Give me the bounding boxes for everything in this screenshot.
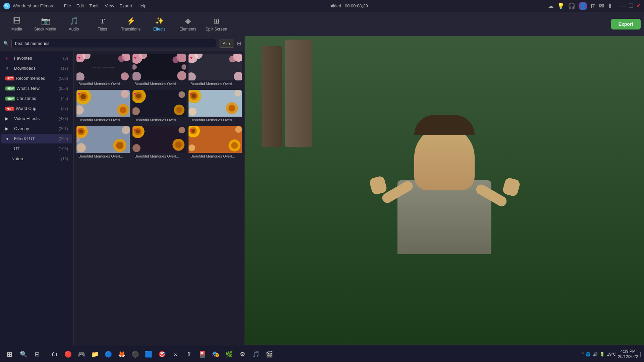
menu-file[interactable]: File [64, 3, 71, 8]
menu-view[interactable]: View [105, 3, 114, 8]
fav-icon-3: ♥ [190, 55, 193, 60]
taskbar-app-8[interactable]: 🟦 [143, 348, 155, 360]
app5-icon: 🔵 [105, 351, 112, 358]
app17-icon: 🎬 [266, 351, 273, 358]
app8-icon: 🟦 [145, 351, 152, 358]
app-logo: W [3, 3, 10, 9]
taskbar-app-13[interactable]: 🎭 [210, 348, 222, 360]
toolbar-transitions[interactable]: ⚡ Transitions [117, 13, 144, 35]
menu-export[interactable]: Export [119, 3, 132, 8]
task-view-button[interactable]: ⊟ [31, 348, 43, 360]
sidebar-item-christmas[interactable]: NEW Christmas (45) [1, 94, 72, 103]
start-button[interactable]: ⊞ [3, 348, 16, 361]
effect-card-6[interactable]: ♥ Beautiful Memories Overl... [189, 90, 242, 123]
sidebar-item-world-cup[interactable]: HOT World Cup (27) [1, 104, 72, 113]
taskbar-app-7[interactable]: ⚫ [129, 348, 141, 360]
sidebar-item-recommended[interactable]: HOT Recommended (500) [1, 73, 72, 83]
toolbar-titles[interactable]: T Titles [89, 13, 116, 35]
toolbar-effects[interactable]: ✨ Effects [146, 13, 173, 35]
search-input[interactable] [11, 39, 216, 48]
user-avatar[interactable]: 👤 [579, 2, 587, 10]
taskbar-app-16[interactable]: 🎵 [250, 348, 262, 360]
grid-view-button[interactable]: ⊞ [237, 40, 241, 47]
svg-point-31 [121, 90, 129, 98]
filter-dropdown[interactable]: All ▾ [219, 40, 234, 48]
titles-icon: T [100, 17, 105, 25]
show-hidden-icons-button[interactable]: ^ [582, 352, 584, 357]
taskbar-app-11[interactable]: 🗡 [183, 348, 195, 360]
mail-icon[interactable]: ✉ [599, 2, 604, 10]
effect-card-4[interactable]: ♥ Beautiful Memories Overl... [76, 90, 130, 123]
effect-label-5: Beautiful Memories Overl... [132, 117, 186, 123]
effects-grid: Beautiful Memories ♥ Beautiful Memories … [74, 51, 245, 362]
search-taskbar-button[interactable]: 🔍 [17, 348, 30, 360]
sidebar-item-downloads[interactable]: ⬇ Downloads (17) [1, 63, 72, 73]
effect-card-3[interactable]: ♥ Beautiful Memories Overl... [189, 54, 242, 87]
effect-label-2: Beautiful Memories Overl... [132, 80, 186, 87]
sidebar-item-filter-lut[interactable]: ▼ Filter&LUT (365) [1, 134, 72, 143]
effect-card-2[interactable]: ♥ Beautiful Memories Overl... [132, 54, 186, 87]
taskbar-app-17[interactable]: 🎬 [263, 348, 275, 360]
taskbar-app-4[interactable]: 📁 [89, 348, 101, 360]
taskbar-app-14[interactable]: 🌿 [223, 348, 235, 360]
fav-icon-7: ♥ [78, 127, 80, 133]
task-view-icon: ⊟ [35, 351, 40, 358]
taskbar-app-15[interactable]: ⚙ [236, 348, 249, 360]
sidebar-item-lut[interactable]: LUT (108) [1, 144, 72, 154]
bulb-icon[interactable]: 💡 [557, 2, 565, 10]
heart-icon: ♥ [5, 56, 12, 61]
main-area: 🔍 All ▾ ⊞ ♥ Favorites (0) ⬇ D [0, 36, 644, 362]
effect-thumb-2: ♥ [132, 54, 186, 80]
volume-icon[interactable]: 🔊 [593, 352, 598, 357]
close-button[interactable]: ✕ [636, 4, 641, 8]
floral-svg-8 [132, 126, 186, 153]
floral-svg-2 [132, 54, 186, 80]
toolbar-media[interactable]: 🎞 Media [3, 13, 30, 35]
explorer-button[interactable]: 🗂 [49, 348, 61, 360]
system-clock: 4:39 PM 20/12/2022 [618, 349, 638, 359]
show-desktop-button[interactable]: | [640, 352, 641, 357]
menu-edit[interactable]: Edit [76, 3, 84, 8]
effect-card-1[interactable]: Beautiful Memories ♥ Beautiful Memories … [76, 54, 130, 87]
export-button[interactable]: Export [611, 19, 641, 29]
grid-icon[interactable]: ⊞ [591, 2, 596, 10]
taskbar-app-10[interactable]: ⚔ [169, 348, 181, 360]
svg-point-71 [189, 144, 195, 151]
cloud-icon[interactable]: ☁ [548, 2, 554, 10]
maximize-button[interactable]: ❐ [629, 4, 633, 8]
sidebar-item-overlay[interactable]: ▶ Overlay (201) [1, 124, 72, 133]
sidebar-item-nature[interactable]: Nature (13) [1, 154, 72, 164]
toolbar-stock-media[interactable]: 📷 Stock Media [32, 13, 59, 35]
effect-card-8[interactable]: ♥ Beautiful Memories Overl... [132, 126, 186, 160]
minimize-button[interactable]: — [621, 4, 626, 8]
app3-icon: 🎮 [78, 351, 85, 358]
svg-point-12 [172, 56, 179, 63]
taskbar-app-6[interactable]: 🦊 [116, 348, 128, 360]
toolbar-audio[interactable]: 🎵 Audio [60, 13, 87, 35]
time-display: 4:39 PM [621, 349, 636, 354]
taskbar-app-2[interactable]: 🔴 [62, 348, 74, 360]
sidebar-item-video-effects[interactable]: ▶ Video Effects (438) [1, 114, 72, 123]
effects-label: Effects [153, 27, 165, 32]
download-icon[interactable]: ⬇ [607, 2, 612, 10]
taskbar-app-3[interactable]: 🎮 [75, 348, 88, 360]
headphone-icon[interactable]: 🎧 [568, 2, 575, 10]
effect-thumb-4: ♥ [76, 90, 130, 117]
taskbar-app-5[interactable]: 🔵 [102, 348, 114, 360]
effect-card-7[interactable]: ♥ Beautiful Memories Overl... [76, 126, 130, 160]
sidebar-item-whats-new[interactable]: NEW What's New (950) [1, 83, 72, 93]
sidebar-item-favorites[interactable]: ♥ Favorites (0) [1, 53, 72, 63]
menu-tools[interactable]: Tools [89, 3, 99, 8]
effect-card-9[interactable]: ♥ Beautiful Memories Overl... [189, 126, 242, 160]
effect-card-5[interactable]: ♥ Beautiful Memories Overl... [132, 90, 186, 123]
svg-point-64 [178, 127, 185, 133]
network-icon: 🌐 [586, 352, 591, 357]
taskbar-app-9[interactable]: 🎯 [156, 348, 168, 360]
toolbar-split-screen[interactable]: ⊞ Split Screen [203, 13, 230, 35]
svg-point-54 [76, 143, 86, 153]
taskbar-app-12[interactable]: 🎴 [196, 348, 208, 360]
svg-point-53 [116, 142, 123, 149]
toolbar-elements[interactable]: ◈ Elements [174, 13, 201, 35]
effect-thumb-3: ♥ [189, 54, 242, 80]
menu-help[interactable]: Help [138, 3, 147, 8]
